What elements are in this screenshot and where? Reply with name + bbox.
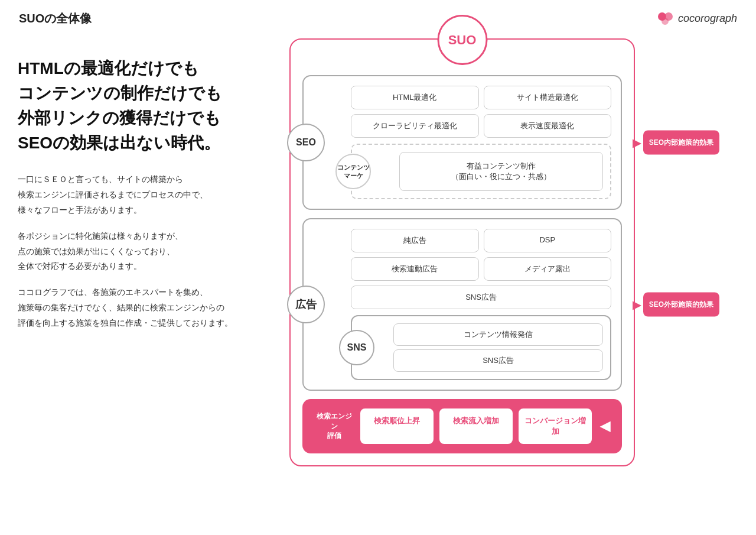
ads-grid: 純広告 DSP 検索連動広告 メディア露出 SNS広告 <box>351 229 611 309</box>
sns-items: コンテンツ情報発信 SNS広告 <box>393 323 603 372</box>
sns-block: SNS コンテンツ情報発信 SNS広告 <box>351 315 611 380</box>
ads-label: 広告 <box>287 286 325 323</box>
left-panel: HTMLの最適化だけでもコンテンツの制作だけでも外部リンクの獲得だけでもSEOの… <box>18 38 272 511</box>
search-engine-label: 検索エンジン評価 <box>314 411 354 441</box>
ads-item: 純広告 <box>351 229 479 252</box>
bottom-item-conversion: コンバージョン増加 <box>519 408 592 444</box>
body-text-1: 一口にＳＥＯと言っても、サイトの構築から検索エンジンに評価されるまでにプロセスの… <box>18 172 272 218</box>
page-header: SUOの全体像 cocorograph <box>0 0 756 33</box>
headline: HTMLの最適化だけでもコンテンツの制作だけでも外部リンクの獲得だけでもSEOの… <box>18 56 272 155</box>
seo-block: SEO HTML最適化 サイト構造最適化 クローラビリティ最適化 表示速度最適化… <box>302 75 622 210</box>
logo-text: cocorograph <box>678 12 737 25</box>
bottom-bar-arrow: ◀ <box>600 419 610 434</box>
seo-label: SEO <box>287 124 325 161</box>
suo-circle: SUO <box>437 15 487 65</box>
seo-effect-connector: ▶ SEO内部施策的効果 <box>633 131 719 155</box>
seo-item: HTML最適化 <box>351 86 479 109</box>
ads-item: 検索連動広告 <box>351 257 479 281</box>
content-marketing-item: 有益コンテンツ制作（面白い・役に立つ・共感） <box>399 152 603 191</box>
right-panel: SUO SEO HTML最適化 サイト構造最適化 クローラビリティ最適化 表示速… <box>289 38 738 511</box>
ads-block: 広告 純広告 DSP 検索連動広告 メディア露出 SNS広告 SNS <box>302 218 622 391</box>
ads-effect-pill: SEO外部施策的効果 <box>643 293 719 317</box>
svg-point-2 <box>662 18 669 25</box>
ads-section: 広告 純広告 DSP 検索連動広告 メディア露出 SNS広告 SNS <box>302 218 622 391</box>
content-marketing-label: コンテンツマーケ <box>335 154 371 189</box>
page-title: SUOの全体像 <box>19 11 92 27</box>
ads-item: メディア露出 <box>484 257 612 281</box>
seo-item: サイト構造最適化 <box>484 86 612 109</box>
seo-items-grid: HTML最適化 サイト構造最適化 クローラビリティ最適化 表示速度最適化 <box>351 86 611 138</box>
seo-item: 表示速度最適化 <box>484 114 612 138</box>
seo-effect-arrow: ▶ <box>633 136 641 149</box>
bottom-item-rank: 検索順位上昇 <box>360 408 434 444</box>
content-marketing-block: コンテンツマーケ 有益コンテンツ制作（面白い・役に立つ・共感） <box>351 144 611 199</box>
bottom-bar: 検索エンジン評価 検索順位上昇 検索流入増加 コンバージョン増加 ◀ <box>302 399 622 453</box>
ads-effect-connector: ▶ SEO外部施策的効果 <box>633 293 719 317</box>
body-text-3: ココログラフでは、各施策のエキスパートを集め、施策毎の集客だけでなく、結果的に検… <box>18 285 272 331</box>
sns-item: コンテンツ情報発信 <box>393 323 603 346</box>
sns-label: SNS <box>339 330 374 365</box>
logo-icon <box>658 12 674 25</box>
seo-item: クローラビリティ最適化 <box>351 114 479 138</box>
ads-item: DSP <box>484 229 612 252</box>
seo-section: SEO HTML最適化 サイト構造最適化 クローラビリティ最適化 表示速度最適化… <box>302 75 622 210</box>
outer-box: SUO SEO HTML最適化 サイト構造最適化 クローラビリティ最適化 表示速… <box>289 38 635 466</box>
ads-item-wide: SNS広告 <box>351 286 611 309</box>
ads-effect-arrow: ▶ <box>633 298 641 311</box>
bottom-items: 検索順位上昇 検索流入増加 コンバージョン増加 <box>360 408 592 444</box>
seo-effect-pill: SEO内部施策的効果 <box>643 131 719 155</box>
bottom-item-traffic: 検索流入増加 <box>439 408 513 444</box>
main-content: HTMLの最適化だけでもコンテンツの制作だけでも外部リンクの獲得だけでもSEOの… <box>0 33 756 523</box>
body-text-2: 各ポジションに特化施策は様々ありますが、点の施策では効果が出にくくなっており、全… <box>18 229 272 275</box>
logo-area: cocorograph <box>658 12 737 25</box>
sns-item: SNS広告 <box>393 349 603 372</box>
